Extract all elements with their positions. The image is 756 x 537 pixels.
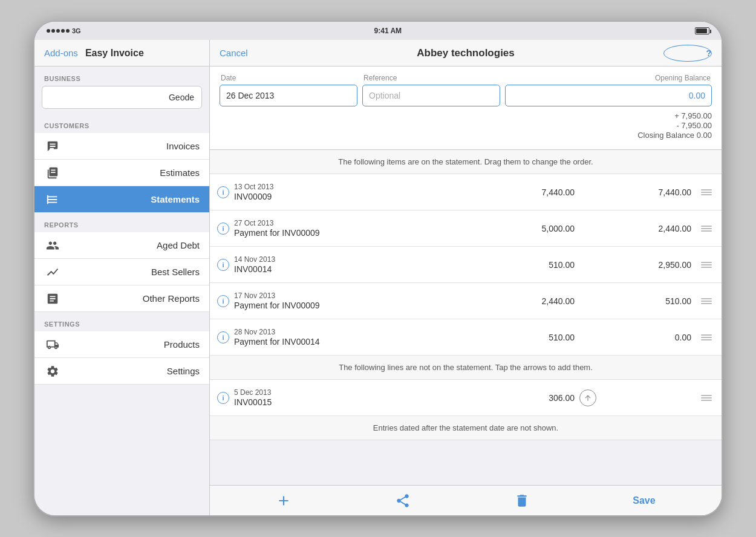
status-bar: 3G 9:41 AM [34,22,722,40]
spacer [210,440,722,452]
sidebar-item-settings[interactable]: Settings [34,358,209,385]
statement-details-4: 17 Nov 2013 Payment for INV00009 [234,291,458,310]
not-on-statement-info: The following lines are not on the state… [210,356,722,380]
time-label: 9:41 AM [374,27,402,35]
share-button[interactable] [380,488,425,513]
drag-handle-4[interactable] [699,296,714,307]
statement-row-1: i 13 Oct 2013 INV00009 7,440.00 7,440.00 [210,174,722,210]
help-button[interactable]: ? [663,45,712,62]
statement-amount-1: 7,440.00 [463,187,575,197]
statement-amount-4: 2,440.00 [463,296,575,306]
opening-balance-field: Opening Balance 0.00 [505,74,712,106]
page-title: Abbey technologies [268,47,663,59]
other-reports-icon [44,290,61,307]
sidebar-item-invoices[interactable]: Invoices [34,133,209,160]
statement-row-3: i 14 Nov 2013 INV00014 510.00 2,950.00 [210,247,722,283]
business-section-label: BUSINESS [34,67,209,86]
signal-dots [47,29,70,33]
delete-button[interactable] [500,488,544,513]
statement-details-1: 13 Oct 2013 INV00009 [234,183,458,201]
addons-link[interactable]: Add-ons [44,48,78,58]
opening-balance-input[interactable]: 0.00 [505,85,712,106]
info-icon-2[interactable]: i [217,223,229,235]
add-button[interactable] [261,488,306,513]
date-field: Date 26 Dec 2013 [220,74,362,106]
info-icon-1[interactable]: i [217,186,229,198]
statement-ref-4: Payment for INV00009 [234,301,458,310]
network-label: 3G [72,27,81,34]
statements-label: Statements [68,194,200,204]
best-sellers-label: Best Sellers [68,267,200,277]
sidebar-item-other-reports[interactable]: Other Reports [34,285,209,312]
statement-details-not-1: 5 Dec 2013 INV00015 [234,388,458,407]
invoices-label: Invoices [68,141,200,151]
settings-section-label: SETTINGS [34,312,209,331]
drag-handle-5[interactable] [699,332,714,343]
drag-handle-3[interactable] [699,259,714,270]
statement-ref-not-1: INV00015 [234,397,458,407]
other-reports-label: Other Reports [68,293,200,304]
date-input[interactable]: 26 Dec 2013 [220,85,357,106]
aged-debt-icon [44,237,61,254]
sidebar: Add-ons Easy Invoice BUSINESS Geode CUST… [34,40,210,515]
statement-date-1: 13 Oct 2013 [234,183,458,191]
statement-balance-1: 7,440.00 [579,187,691,197]
statement-amount-5: 510.00 [463,333,575,342]
info-icon-not-1[interactable]: i [217,392,229,404]
statement-balance-4: 510.00 [579,296,691,306]
right-header: Cancel Abbey technologies ? [210,40,722,67]
settings-icon [44,363,61,380]
add-arrow-circle[interactable] [579,389,596,406]
reference-input[interactable]: Optional [362,85,500,106]
sidebar-item-products[interactable]: Products [34,331,209,358]
products-icon [44,336,61,353]
status-right [695,27,709,34]
sidebar-body: BUSINESS Geode CUSTOMERS Invoices [34,67,209,515]
subtracted-amount: - 7,950.00 [676,121,712,130]
drag-handle-1[interactable] [699,187,714,198]
cancel-button[interactable]: Cancel [220,48,268,58]
right-panel: Cancel Abbey technologies ? Date 26 Dec … [210,40,722,515]
statement-amount-3: 510.00 [463,260,575,270]
settings-label: Settings [68,366,200,376]
status-left: 3G [47,27,81,34]
balance-summary: + 7,950.00 - 7,950.00 Closing Balance 0.… [220,106,712,142]
after-date-info: Entries dated after the statement date a… [210,416,722,440]
statement-date-4: 17 Nov 2013 [234,291,458,300]
statement-details-2: 27 Oct 2013 Payment for INV00009 [234,219,458,238]
statement-row-5: i 28 Nov 2013 Payment for INV00014 510.0… [210,319,722,356]
statement-balance-5: 0.00 [579,333,691,342]
customers-section-label: CUSTOMERS [34,114,209,133]
drag-handle-not-1[interactable] [699,392,714,403]
business-name: Geode [169,93,194,102]
statement-date-5: 28 Nov 2013 [234,328,458,336]
reference-label: Reference [362,74,500,82]
estimates-label: Estimates [68,168,200,178]
opening-balance-label: Opening Balance [505,74,712,82]
ipad-frame: 3G 9:41 AM Add-ons Easy Invoice BUSINESS… [33,21,723,516]
help-icon: ? [706,48,711,58]
sidebar-item-estimates[interactable]: Estimates [34,160,209,186]
sidebar-item-statements[interactable]: Statements [34,186,209,213]
info-icon-4[interactable]: i [217,295,229,307]
products-label: Products [68,339,200,350]
date-label: Date [220,74,357,82]
business-selector[interactable]: Geode [42,86,202,109]
form-row: Date 26 Dec 2013 Reference Optional Open… [220,74,712,106]
statement-date-2: 27 Oct 2013 [234,219,458,227]
info-icon-3[interactable]: i [217,259,229,271]
main-content: Add-ons Easy Invoice BUSINESS Geode CUST… [34,40,722,515]
best-sellers-icon [44,264,61,281]
sidebar-item-best-sellers[interactable]: Best Sellers [34,259,209,285]
save-button[interactable]: Save [618,490,670,511]
drag-handle-2[interactable] [699,223,714,234]
sidebar-app-title: Easy Invoice [85,48,144,59]
add-to-statement-btn[interactable] [579,389,691,406]
statement-balance-2: 2,440.00 [579,224,691,233]
statement-balance-3: 2,950.00 [579,260,691,270]
estimates-icon [44,164,61,181]
statement-date-3: 14 Nov 2013 [234,255,458,264]
sidebar-item-aged-debt[interactable]: Aged Debt [34,232,209,259]
info-icon-5[interactable]: i [217,331,229,343]
statement-row-4: i 17 Nov 2013 Payment for INV00009 2,440… [210,283,722,319]
